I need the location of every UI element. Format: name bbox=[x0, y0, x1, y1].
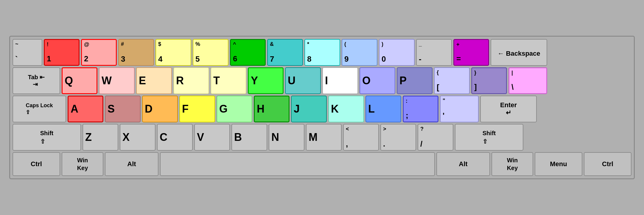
key-a[interactable]: A bbox=[68, 96, 103, 122]
key-f[interactable]: F bbox=[179, 96, 215, 122]
key-ctrl-right[interactable]: Ctrl bbox=[584, 152, 631, 176]
key-tilde[interactable]: ~ ` bbox=[13, 39, 42, 66]
key-e[interactable]: E bbox=[136, 67, 172, 94]
key-v[interactable]: V bbox=[194, 124, 230, 151]
key-j[interactable]: J bbox=[291, 96, 327, 122]
key-i[interactable]: I bbox=[322, 67, 358, 94]
key-t[interactable]: T bbox=[211, 67, 246, 94]
key-g[interactable]: G bbox=[217, 96, 252, 122]
key-win-left[interactable]: WinKey bbox=[62, 152, 103, 176]
keyboard-layout: ~ ` ! 1 @ 2 # 3 $ 4 % 5 ^ 6 & 7 bbox=[9, 36, 635, 179]
key-h[interactable]: H bbox=[254, 96, 290, 122]
key-space[interactable] bbox=[160, 152, 435, 176]
key-3[interactable]: # 3 bbox=[118, 39, 154, 66]
key-o[interactable]: O bbox=[360, 67, 395, 94]
key-9[interactable]: ( 9 bbox=[342, 39, 377, 66]
key-alt-left[interactable]: Alt bbox=[105, 152, 158, 176]
key-0[interactable]: ) 0 bbox=[379, 39, 415, 66]
key-shift-left[interactable]: Shift⇧ bbox=[13, 124, 81, 151]
key-comma[interactable]: < , bbox=[343, 124, 379, 151]
key-u[interactable]: U bbox=[285, 67, 321, 94]
key-shift-right[interactable]: Shift⇧ bbox=[455, 124, 523, 151]
key-w[interactable]: W bbox=[99, 67, 135, 94]
key-l[interactable]: L bbox=[365, 96, 401, 122]
key-pipe[interactable]: | \ bbox=[508, 67, 547, 94]
key-quote[interactable]: " ' bbox=[440, 96, 479, 122]
key-q[interactable]: Q bbox=[62, 67, 97, 94]
key-r[interactable]: R bbox=[173, 67, 209, 94]
asdf-row: Caps Lock⇪ A S D F G H J K L : ; bbox=[13, 96, 631, 122]
key-1[interactable]: ! 1 bbox=[44, 39, 80, 66]
key-capslock[interactable]: Caps Lock⇪ bbox=[13, 96, 66, 122]
key-ctrl-left[interactable]: Ctrl bbox=[13, 152, 60, 176]
key-backspace[interactable]: ← Backspace bbox=[491, 39, 547, 66]
key-tab[interactable]: Tab ⇤ ⇥ bbox=[13, 67, 60, 94]
key-slash[interactable]: ? / bbox=[418, 124, 453, 151]
key-minus[interactable]: _ - bbox=[416, 39, 452, 66]
key-7[interactable]: & 7 bbox=[267, 39, 303, 66]
key-win-right[interactable]: WinKey bbox=[491, 152, 533, 176]
key-x[interactable]: X bbox=[120, 124, 155, 151]
key-z[interactable]: Z bbox=[83, 124, 118, 151]
key-menu[interactable]: Menu bbox=[535, 152, 582, 176]
key-s[interactable]: S bbox=[105, 96, 141, 122]
number-row: ~ ` ! 1 @ 2 # 3 $ 4 % 5 ^ 6 & 7 bbox=[13, 39, 631, 66]
key-p[interactable]: P bbox=[397, 67, 433, 94]
key-y[interactable]: Y bbox=[248, 67, 284, 94]
key-lbrace[interactable]: { [ bbox=[434, 67, 470, 94]
key-6[interactable]: ^ 6 bbox=[230, 39, 266, 66]
key-period[interactable]: > . bbox=[380, 124, 416, 151]
key-equals[interactable]: + = bbox=[453, 39, 489, 66]
shift-row: Shift⇧ Z X C V B N M < , > . bbox=[13, 124, 631, 151]
key-alt-right[interactable]: Alt bbox=[436, 152, 490, 176]
key-d[interactable]: D bbox=[142, 96, 178, 122]
key-5[interactable]: % 5 bbox=[193, 39, 228, 66]
key-c[interactable]: C bbox=[157, 124, 193, 151]
key-2[interactable]: @ 2 bbox=[81, 39, 117, 66]
key-b[interactable]: B bbox=[231, 124, 267, 151]
key-8[interactable]: * 8 bbox=[304, 39, 340, 66]
key-k[interactable]: K bbox=[328, 96, 364, 122]
key-rbrace[interactable]: } ] bbox=[471, 67, 507, 94]
key-n[interactable]: N bbox=[269, 124, 304, 151]
key-4[interactable]: $ 4 bbox=[155, 39, 191, 66]
qwerty-row: Tab ⇤ ⇥ Q W E R T Y U I O P bbox=[13, 67, 631, 94]
key-m[interactable]: M bbox=[306, 124, 342, 151]
key-semicolon[interactable]: : ; bbox=[403, 96, 438, 122]
key-enter[interactable]: Enter↵ bbox=[480, 96, 537, 122]
bottom-row: Ctrl WinKey Alt Alt WinKey Menu Ctrl bbox=[13, 152, 631, 176]
